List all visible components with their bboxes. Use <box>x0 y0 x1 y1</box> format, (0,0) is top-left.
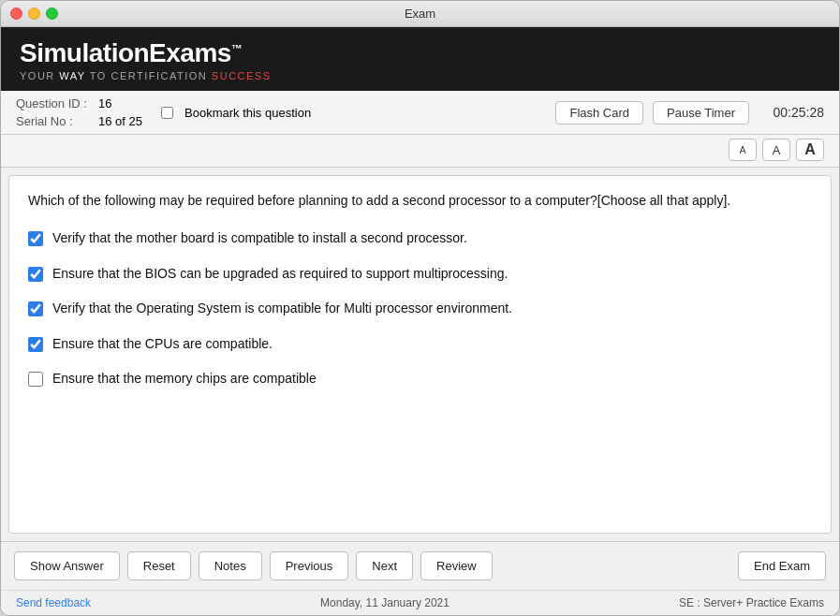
title-bar: Exam <box>1 1 839 27</box>
window-title: Exam <box>405 7 435 21</box>
feedback-link[interactable]: Send feedback <box>16 596 91 609</box>
main-window: Exam SimulationExams™ YOUR WAY TO CERTIF… <box>0 0 840 616</box>
pause-timer-button[interactable]: Pause Timer <box>653 101 749 125</box>
close-button[interactable] <box>10 7 22 20</box>
option-row-5: Ensure that the memory chips are compati… <box>28 370 812 389</box>
font-large-button[interactable]: A <box>796 139 824 161</box>
footer-date: Monday, 11 January 2021 <box>320 596 449 609</box>
review-button[interactable]: Review <box>420 551 493 580</box>
question-area: Which of the following may be required b… <box>8 175 832 534</box>
footer: Send feedback Monday, 11 January 2021 SE… <box>1 590 839 615</box>
previous-button[interactable]: Previous <box>270 551 349 580</box>
timer-display: 00:25:28 <box>759 105 824 120</box>
app-logo: SimulationExams™ <box>20 38 820 68</box>
flash-card-button[interactable]: Flash Card <box>555 101 643 125</box>
show-answer-button[interactable]: Show Answer <box>14 551 120 580</box>
footer-exam-info: SE : Server+ Practice Exams <box>679 596 824 609</box>
bookmark-label: Bookmark this question <box>184 106 311 120</box>
option-text-2: Ensure that the BIOS can be upgraded as … <box>52 265 508 284</box>
window-controls <box>10 7 58 20</box>
option-checkbox-5[interactable] <box>28 372 43 387</box>
question-id-value: 16 <box>98 96 111 110</box>
question-text: Which of the following may be required b… <box>28 191 812 211</box>
font-medium-button[interactable]: A <box>762 139 790 161</box>
app-tagline: YOUR WAY TO CERTIFICATION SUCCESS <box>20 70 820 81</box>
right-controls: Flash Card Pause Timer 00:25:28 <box>555 101 824 125</box>
bottom-bar: Show Answer Reset Notes Previous Next Re… <box>1 541 839 590</box>
option-checkbox-1[interactable] <box>28 231 43 246</box>
reset-button[interactable]: Reset <box>127 551 191 580</box>
option-row-2: Ensure that the BIOS can be upgraded as … <box>28 265 812 284</box>
maximize-button[interactable] <box>46 7 58 20</box>
minimize-button[interactable] <box>28 7 40 20</box>
bookmark-area: Bookmark this question <box>161 106 311 120</box>
option-text-5: Ensure that the memory chips are compati… <box>52 370 317 389</box>
option-checkbox-3[interactable] <box>28 301 43 316</box>
info-bar: Question ID : 16 Serial No : 16 of 25 Bo… <box>1 91 839 135</box>
serial-no-value: 16 of 25 <box>98 114 142 128</box>
option-checkbox-2[interactable] <box>28 267 43 282</box>
next-button[interactable]: Next <box>356 551 413 580</box>
font-small-button[interactable]: A <box>729 139 757 161</box>
option-row-1: Verify that the mother board is compatib… <box>28 229 812 248</box>
bookmark-checkbox[interactable] <box>161 107 173 119</box>
end-exam-button[interactable]: End Exam <box>738 551 826 580</box>
option-text-3: Verify that the Operating System is comp… <box>52 300 512 318</box>
option-row-3: Verify that the Operating System is comp… <box>28 300 812 318</box>
option-checkbox-4[interactable] <box>28 337 43 352</box>
notes-button[interactable]: Notes <box>199 551 262 580</box>
option-text-1: Verify that the mother board is compatib… <box>52 229 467 248</box>
option-text-4: Ensure that the CPUs are compatible. <box>52 335 273 354</box>
app-header: SimulationExams™ YOUR WAY TO CERTIFICATI… <box>1 27 839 91</box>
serial-no-row: Serial No : 16 of 25 <box>16 114 142 128</box>
font-size-bar: A A A <box>1 135 839 168</box>
question-id-row: Question ID : 16 <box>16 96 142 110</box>
serial-no-label: Serial No : <box>16 114 91 128</box>
option-row-4: Ensure that the CPUs are compatible. <box>28 335 812 354</box>
question-info: Question ID : 16 Serial No : 16 of 25 <box>16 96 142 128</box>
question-id-label: Question ID : <box>16 96 91 110</box>
